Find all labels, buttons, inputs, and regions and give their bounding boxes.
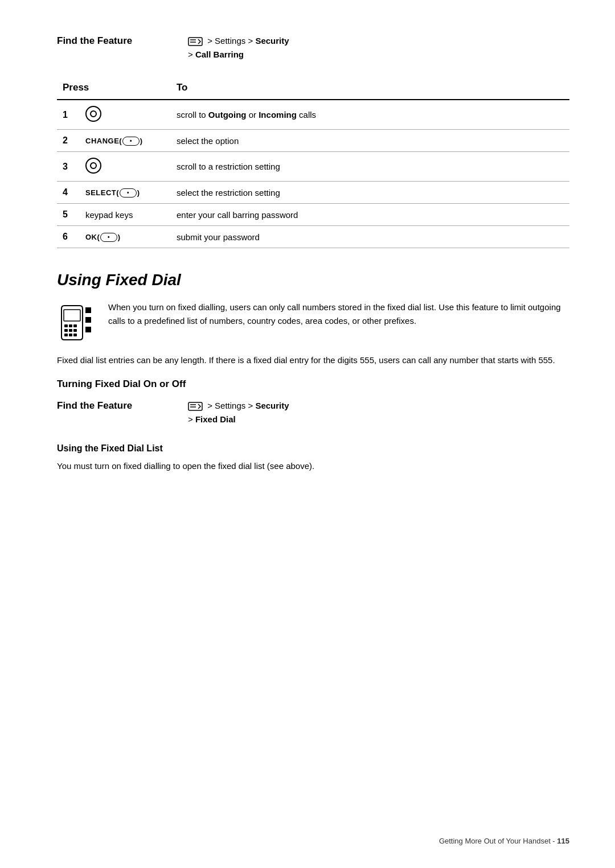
row-key: SELECT () bbox=[80, 182, 171, 204]
path-prefix-2: > Settings > bbox=[207, 401, 255, 410]
path-fixed-dial: > Fixed Dial bbox=[188, 414, 236, 424]
path-security: Security bbox=[255, 36, 289, 46]
row-description: select the restriction setting bbox=[171, 182, 569, 204]
row-key bbox=[80, 152, 171, 182]
subsection-on-off-title: Turning Fixed Dial On or Off bbox=[57, 379, 569, 390]
table-row: 4 SELECT () select the restriction setti… bbox=[57, 182, 569, 204]
path-prefix: > Settings > bbox=[207, 36, 255, 46]
fixed-dial-list-paragraph: You must turn on fixed dialling to open … bbox=[57, 459, 569, 473]
svg-rect-3 bbox=[64, 310, 80, 321]
col-to-header: To bbox=[171, 79, 569, 100]
intro-text: When you turn on fixed dialling, users c… bbox=[108, 301, 569, 328]
table-row: 2 CHANGE () select the option bbox=[57, 130, 569, 152]
row-number: 5 bbox=[57, 204, 80, 226]
svg-rect-12 bbox=[73, 334, 77, 336]
row-number: 3 bbox=[57, 152, 80, 182]
svg-rect-6 bbox=[73, 324, 77, 327]
menu-icon-2 bbox=[188, 401, 207, 410]
nav-circle-icon bbox=[85, 158, 101, 174]
table-row: 5 keypad keys enter your call barring pa… bbox=[57, 204, 569, 226]
svg-rect-8 bbox=[69, 329, 72, 332]
turning-fixed-dial-subsection: Turning Fixed Dial On or Off Find the Fe… bbox=[57, 379, 569, 426]
phone-icon-area bbox=[57, 301, 97, 344]
svg-rect-10 bbox=[64, 334, 68, 336]
row-key: CHANGE () bbox=[80, 130, 171, 152]
phone-icon bbox=[57, 303, 94, 343]
svg-rect-4 bbox=[64, 324, 68, 327]
find-feature-label-2: Find the Feature bbox=[57, 399, 188, 412]
row-number: 2 bbox=[57, 130, 80, 152]
svg-rect-5 bbox=[69, 324, 72, 327]
table-row: 3 scroll to a restriction setting bbox=[57, 152, 569, 182]
find-feature-path: > Settings > Security > Call Barring bbox=[188, 34, 289, 61]
section-title: Using Fixed Dial bbox=[57, 271, 569, 289]
ok-key: OK () bbox=[85, 233, 120, 242]
find-feature-label: Find the Feature bbox=[57, 34, 188, 47]
row-number: 1 bbox=[57, 100, 80, 130]
footer-text: Getting More Out of Your Handset - bbox=[439, 837, 557, 845]
subsection-list-title: Using the Fixed Dial List bbox=[57, 443, 569, 454]
feature-intro: When you turn on fixed dialling, users c… bbox=[57, 301, 569, 344]
row-description: submit your password bbox=[171, 226, 569, 248]
table-row: 1 scroll to Outgoing or Incoming calls bbox=[57, 100, 569, 130]
row-description: select the option bbox=[171, 130, 569, 152]
path-security-2: Security bbox=[255, 401, 289, 410]
nav-circle-icon bbox=[85, 106, 101, 122]
page-footer: Getting More Out of Your Handset - 115 bbox=[439, 837, 569, 845]
row-description: enter your call barring password bbox=[171, 204, 569, 226]
select-key: SELECT () bbox=[85, 188, 140, 198]
row-description: scroll to Outgoing or Incoming calls bbox=[171, 100, 569, 130]
row-key: OK () bbox=[80, 226, 171, 248]
path-call-barring: > Call Barring bbox=[188, 50, 244, 59]
svg-rect-13 bbox=[85, 307, 91, 313]
svg-rect-7 bbox=[64, 329, 68, 332]
row-number: 4 bbox=[57, 182, 80, 204]
find-feature-section-2: Find the Feature > Settings > Security >… bbox=[57, 399, 569, 426]
instructions-table: Press To 1 scroll to Outgoing or Incomin… bbox=[57, 79, 569, 248]
change-key: CHANGE () bbox=[85, 137, 142, 146]
col-press-header: Press bbox=[57, 79, 171, 100]
row-number: 6 bbox=[57, 226, 80, 248]
second-paragraph: Fixed dial list entries can be any lengt… bbox=[57, 353, 569, 367]
table-row: 6 OK () submit your password bbox=[57, 226, 569, 248]
svg-rect-11 bbox=[69, 334, 72, 336]
row-key: keypad keys bbox=[80, 204, 171, 226]
svg-rect-15 bbox=[85, 327, 91, 332]
menu-icon bbox=[188, 36, 207, 46]
row-key bbox=[80, 100, 171, 130]
svg-rect-9 bbox=[73, 329, 77, 332]
find-feature-path-2: > Settings > Security > Fixed Dial bbox=[188, 399, 289, 426]
fixed-dial-list-subsection: Using the Fixed Dial List You must turn … bbox=[57, 443, 569, 473]
page-number: 115 bbox=[557, 837, 569, 845]
using-fixed-dial-section: Using Fixed Dial bbox=[57, 271, 569, 473]
find-feature-section: Find the Feature > Settings > Security >… bbox=[57, 34, 569, 61]
row-description: scroll to a restriction setting bbox=[171, 152, 569, 182]
svg-rect-14 bbox=[85, 317, 91, 323]
